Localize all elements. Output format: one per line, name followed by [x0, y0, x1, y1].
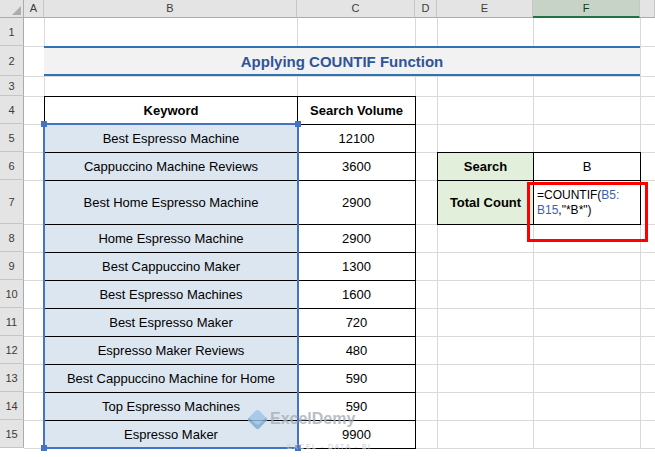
row-header-3[interactable]: 3 [0, 76, 24, 96]
volume-header-cell[interactable]: Search Volume [298, 97, 416, 125]
search-table: Search B Total Count =COUNTIF(B5: B15,"*… [437, 152, 641, 225]
column-header-d[interactable]: D [415, 0, 437, 18]
row-header-8[interactable]: 8 [0, 224, 24, 252]
column-header-e[interactable]: E [437, 0, 533, 18]
table-row: Espresso Maker Reviews 480 [45, 337, 416, 365]
row-header-2[interactable]: 2 [0, 46, 24, 76]
row-header-4[interactable]: 4 [0, 96, 24, 124]
table-row: Best Cappuccino Maker 1300 [45, 253, 416, 281]
table-row: Top Espresso Machines 590 [45, 393, 416, 421]
formula-range-start: B5: [601, 188, 619, 202]
formula-criteria: ,"*B*") [558, 203, 591, 217]
volume-cell[interactable]: 590 [298, 393, 416, 421]
column-headers: A B C D E F [24, 0, 655, 18]
keyword-cell[interactable]: Best Espresso Machines [45, 281, 298, 309]
row-header-13[interactable]: 13 [0, 364, 24, 392]
keyword-cell[interactable]: Home Espresso Machine [45, 225, 298, 253]
row-header-7[interactable]: 7 [0, 180, 24, 224]
keyword-cell[interactable]: Cappuccino Machine Reviews [45, 153, 298, 181]
row-header-10[interactable]: 10 [0, 280, 24, 308]
keyword-table: Keyword Search Volume Best Espresso Mach… [44, 96, 416, 449]
row-header-6[interactable]: 6 [0, 152, 24, 180]
row-header-12[interactable]: 12 [0, 336, 24, 364]
keyword-cell[interactable]: Best Espresso Maker [45, 309, 298, 337]
column-header-c[interactable]: C [297, 0, 415, 18]
table-row: Cappuccino Machine Reviews 3600 [45, 153, 416, 181]
row-header-9[interactable]: 9 [0, 252, 24, 280]
table-row: Best Espresso Maker 720 [45, 309, 416, 337]
row-header-15[interactable]: 15 [0, 420, 24, 448]
gridline [24, 76, 655, 77]
row-headers: 1 2 3 4 5 6 7 8 9 10 11 12 13 14 15 [0, 18, 24, 448]
table-row: Home Espresso Machine 2900 [45, 225, 416, 253]
formula-line-2: B15,"*B*") [537, 203, 637, 218]
keyword-cell[interactable]: Best Cappuccino Maker [45, 253, 298, 281]
keyword-cell[interactable]: Best Home Espresso Machine [45, 181, 298, 225]
table-row: Best Espresso Machine 12100 [45, 125, 416, 153]
excel-sheet: A B C D E F 1 2 3 4 5 6 7 8 9 10 11 12 1… [0, 0, 655, 457]
volume-cell[interactable]: 720 [298, 309, 416, 337]
volume-cell[interactable]: 3600 [298, 153, 416, 181]
search-label-cell[interactable]: Search [438, 153, 534, 181]
row-header-5[interactable]: 5 [0, 124, 24, 152]
table-header-row: Keyword Search Volume [45, 97, 416, 125]
keyword-cell[interactable]: Espresso Maker [45, 421, 298, 449]
formula-line-1: =COUNTIF(B5: [537, 188, 637, 203]
total-count-label-cell[interactable]: Total Count [438, 181, 534, 225]
column-header-partial[interactable] [640, 0, 655, 18]
column-header-b[interactable]: B [44, 0, 297, 18]
volume-cell[interactable]: 1600 [298, 281, 416, 309]
gridline [533, 18, 534, 448]
formula-cell[interactable]: =COUNTIF(B5: B15,"*B*") [534, 181, 641, 225]
gridline [640, 18, 641, 448]
volume-cell[interactable]: 9900 [298, 421, 416, 449]
volume-cell[interactable]: 12100 [298, 125, 416, 153]
table-row: Best Espresso Machines 1600 [45, 281, 416, 309]
search-row: Search B [438, 153, 641, 181]
select-all-corner[interactable] [0, 0, 24, 18]
volume-cell[interactable]: 2900 [298, 225, 416, 253]
table-row: Best Home Espresso Machine 2900 [45, 181, 416, 225]
page-title[interactable]: Applying COUNTIF Function [44, 46, 640, 76]
gridline [437, 18, 438, 448]
keyword-header-cell[interactable]: Keyword [45, 97, 298, 125]
row-header-11[interactable]: 11 [0, 308, 24, 336]
volume-cell[interactable]: 2900 [298, 181, 416, 225]
keyword-cell[interactable]: Top Espresso Machines [45, 393, 298, 421]
keyword-cell[interactable]: Espresso Maker Reviews [45, 337, 298, 365]
column-header-a[interactable]: A [24, 0, 44, 18]
formula-range-end: B15 [537, 203, 558, 217]
row-header-1[interactable]: 1 [0, 18, 24, 46]
volume-cell[interactable]: 590 [298, 365, 416, 393]
table-row: Best Cappuccino Machine for Home 590 [45, 365, 416, 393]
volume-cell[interactable]: 480 [298, 337, 416, 365]
search-value-cell[interactable]: B [534, 153, 641, 181]
formula-function: =COUNTIF( [537, 188, 601, 202]
keyword-cell[interactable]: Best Espresso Machine [45, 125, 298, 153]
row-header-14[interactable]: 14 [0, 392, 24, 420]
volume-cell[interactable]: 1300 [298, 253, 416, 281]
table-row: Espresso Maker 9900 [45, 421, 416, 449]
keyword-cell[interactable]: Best Cappuccino Machine for Home [45, 365, 298, 393]
column-header-f-selected[interactable]: F [533, 0, 640, 18]
total-count-row: Total Count =COUNTIF(B5: B15,"*B*") [438, 181, 641, 225]
